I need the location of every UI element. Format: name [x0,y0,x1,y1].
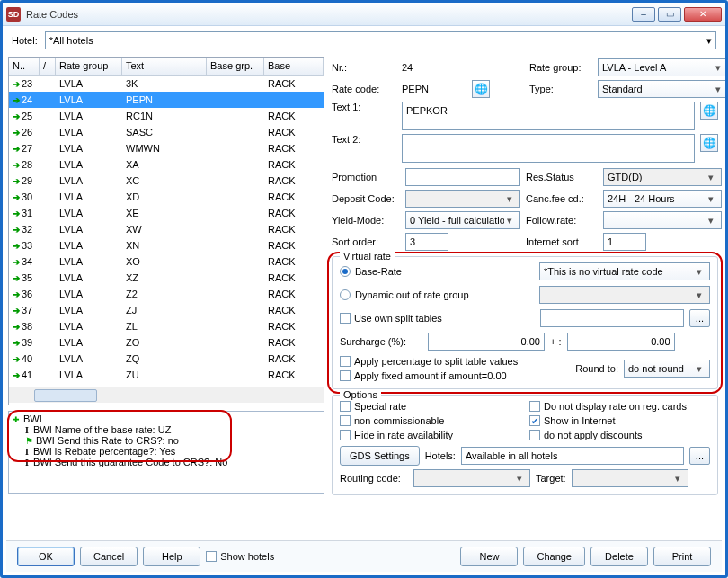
gds-settings-button[interactable]: GDS Settings [340,446,420,466]
promotion-input[interactable] [405,168,520,186]
globe-button[interactable]: 🌐 [700,134,718,152]
table-row[interactable]: 23LVLA3KRACK [9,76,324,92]
minimize-button[interactable]: – [632,7,655,22]
text2-label: Text 2: [332,134,396,145]
maximize-button[interactable]: ▭ [658,7,681,22]
internetsort-input[interactable]: 1 [603,233,646,251]
rategroup-select[interactable]: LVLA - Level A▾ [598,58,725,76]
cancfee-select[interactable]: 24H - 24 Hours▾ [603,190,722,208]
table-row[interactable]: 28LVLAXARACK [9,156,324,173]
deposit-select[interactable]: ▾ [405,190,520,208]
table-row[interactable]: 35LVLAXZRACK [9,270,324,286]
table-row[interactable]: 34LVLAXORACK [9,253,324,270]
print-button[interactable]: Print [653,547,711,566]
show-internet-check[interactable]: ✔Show in Internet [529,415,710,426]
help-button[interactable]: Help [143,547,200,566]
baserate-select[interactable]: *This is no virtual rate code▾ [539,262,710,280]
yield-select[interactable]: 0 Yield - full calculation▾ [405,211,520,229]
internetsort-label: Internet sort [526,236,598,247]
ratecode-value: PEPN [402,84,466,94]
globe-button[interactable]: 🌐 [700,102,718,120]
table-row[interactable]: 33LVLAXNRACK [9,237,324,253]
split-browse-button[interactable]: ... [689,309,710,327]
delete-button[interactable]: Delete [590,547,648,566]
table-row[interactable]: 26LVLASASCRACK [9,124,324,140]
dynamic-radio[interactable]: Dynamic out of rate group [340,289,469,300]
follow-label: Follow.rate: [526,215,598,226]
rate-codes-grid[interactable]: N.. / Rate group Text Base grp. Base 23L… [8,57,324,405]
bwi-panel: BWI BWI Name of the base rate: UZ BWI Se… [8,411,324,494]
surcharge-label: Surcharge (%): [340,336,422,347]
resstatus-label: Res.Status [526,172,598,182]
options-legend: Options [340,389,381,400]
sort-label: Sort order: [332,236,400,247]
table-row[interactable]: 25LVLARC1NRACK [9,108,324,124]
apply-fixed-check[interactable]: Apply fixed amount if amount=0.00 [340,370,518,381]
show-hotels-check[interactable]: Show hotels [206,551,274,562]
new-button[interactable]: New [460,547,518,566]
col-basegrp[interactable]: Base grp. [207,58,264,75]
target-select[interactable]: ▾ [572,469,688,487]
globe-button[interactable]: 🌐 [472,80,490,98]
titlebar: SD Rate Codes – ▭ ✕ [3,3,725,26]
no-discount-check[interactable]: do not apply discounts [529,430,710,440]
table-row[interactable]: 41LVLAZURACK [9,367,324,383]
text1-input[interactable]: PEPKOR [402,102,695,130]
yield-label: Yield-Mode: [332,215,400,226]
bwi-line3: BWI is Rebate percentage?: Yes [33,446,175,457]
dynamic-select[interactable]: ▾ [539,286,710,304]
hotels-browse-button[interactable]: ... [689,447,710,465]
routing-select[interactable]: ▾ [413,469,530,487]
type-select[interactable]: Standard▾ [598,80,725,98]
table-row[interactable]: 27LVLAWMWNRACK [9,140,324,156]
hotels-input[interactable]: Available in all hotels [461,447,684,465]
split-input[interactable] [540,309,684,327]
surcharge-input[interactable]: 0.00 [428,333,545,351]
options-group: Options Special rate Do not display rate… [332,395,718,495]
special-rate-check[interactable]: Special rate [340,401,520,412]
table-row[interactable]: 39LVLAZORACK [9,334,324,351]
info-icon [23,457,33,467]
table-row[interactable]: 40LVLAZQRACK [9,351,324,367]
target-label: Target: [536,473,566,484]
col-base[interactable]: Base [264,58,324,75]
no-display-regcards-check[interactable]: Do not display rate on reg. cards [529,401,710,412]
table-row[interactable]: 36LVLAZ2RACK [9,286,324,302]
col-sort[interactable]: / [40,58,56,75]
ok-button[interactable]: OK [17,547,75,566]
hotel-select[interactable]: *All hotels ▾ [45,31,716,49]
close-button[interactable]: ✕ [684,7,722,22]
deposit-label: Deposit Code: [332,193,400,204]
bwi-title: BWI [23,413,42,424]
noncomm-check[interactable]: non commissionable [340,415,520,426]
plus-input[interactable]: 0.00 [567,333,675,351]
round-select[interactable]: do not round▾ [624,360,710,378]
col-group[interactable]: Rate group [56,58,122,75]
hide-availability-check[interactable]: Hide in rate availability [340,430,520,440]
split-tables-check[interactable]: Use own split tables [340,313,442,324]
resstatus-select[interactable]: GTD(D)▾ [603,168,722,186]
table-row[interactable]: 31LVLAXERACK [9,205,324,221]
baserate-radio[interactable]: Base-Rate [340,266,402,277]
routing-label: Routing code: [340,473,408,484]
nr-label: Nr.: [332,62,396,73]
col-num[interactable]: N.. [9,58,40,75]
table-row[interactable]: 38LVLAZLRACK [9,318,324,334]
table-row[interactable]: 24LVLAPEPN [9,92,324,108]
col-text[interactable]: Text [122,58,207,75]
plus-icon [13,413,23,424]
table-row[interactable]: 30LVLAXDRACK [9,189,324,205]
follow-select[interactable]: ▾ [603,211,722,229]
horizontal-scrollbar[interactable] [9,387,324,403]
change-button[interactable]: Change [523,547,585,566]
sort-input[interactable]: 3 [405,233,448,251]
apply-pct-check[interactable]: Apply percentage to split table values [340,356,518,367]
table-row[interactable]: 32LVLAXWRACK [9,221,324,237]
cancel-button[interactable]: Cancel [80,547,138,566]
grid-header: N.. / Rate group Text Base grp. Base [9,58,324,76]
table-row[interactable]: 29LVLAXCRACK [9,173,324,189]
table-row[interactable]: 37LVLAZJRACK [9,302,324,318]
bwi-line2: BWI Send this Rate to CRS?: no [36,435,179,446]
text2-input[interactable] [402,134,695,163]
virtual-legend: Virtual rate [340,251,395,262]
